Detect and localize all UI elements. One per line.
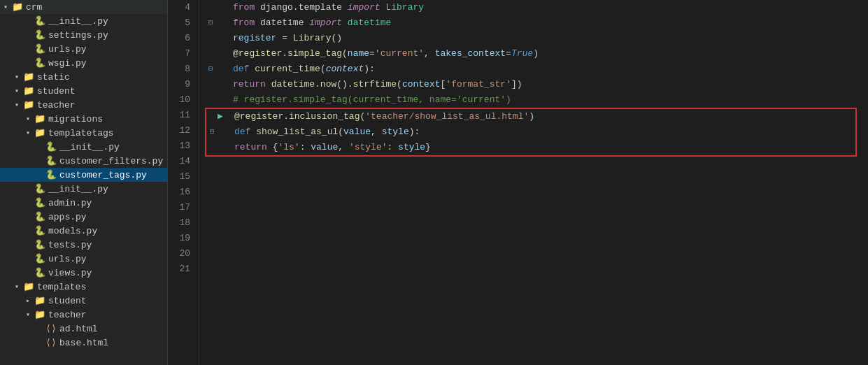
sidebar-item-admin-py[interactable]: 🐍admin.py	[0, 196, 167, 210]
py-file-icon: 🐍	[34, 253, 46, 264]
sidebar-item-urls-py-crm[interactable]: 🐍urls.py	[0, 42, 167, 56]
py-file-icon: 🐍	[34, 183, 46, 194]
tree-item-label: crm	[26, 2, 42, 13]
tree-item-label: admin.py	[48, 198, 92, 208]
tree-item-label: tests.py	[48, 240, 92, 250]
line-number-19: 19	[173, 231, 190, 246]
tree-item-label: urls.py	[48, 254, 87, 264]
tree-item-label: migrations	[48, 114, 103, 124]
code-line-4: from django.template import Library	[205, 0, 862, 15]
sidebar-item-student[interactable]: ▾📁student	[0, 84, 167, 98]
sidebar-item-init-py-teacher[interactable]: 🐍__init__.py	[0, 182, 167, 196]
folder-icon: 📁	[22, 71, 35, 83]
code-text-5: from datetime import datetime	[227, 15, 862, 31]
folder-arrow-icon: ▾	[11, 87, 22, 95]
sidebar-item-ad-html[interactable]: ⟨⟩ad.html	[0, 322, 167, 336]
py-file-icon: 🐍	[34, 43, 46, 55]
py-file-icon: 🐍	[34, 29, 46, 41]
code-line-10: @register.simple_tag(name='current', tak…	[205, 46, 862, 62]
sidebar-item-teacher[interactable]: ▾📁teacher	[0, 98, 167, 112]
sidebar-item-student-tpl[interactable]: ▸📁student	[0, 294, 167, 308]
line-number-7: 7	[173, 46, 190, 62]
sidebar-item-customer-tags-py[interactable]: 🐍customer_tags.py	[0, 168, 167, 182]
fold-icon-5[interactable]: ⊟	[205, 15, 216, 31]
sidebar-item-teacher-tpl[interactable]: ▾📁teacher	[0, 308, 167, 322]
sidebar-item-apps-py[interactable]: 🐍apps.py	[0, 210, 167, 224]
py-file-icon: 🐍	[45, 169, 57, 180]
py-file-icon: 🐍	[34, 211, 46, 222]
py-file-icon: 🐍	[45, 141, 57, 152]
tree-item-label: settings.py	[48, 30, 108, 41]
fold-icon-11[interactable]: ⊟	[205, 62, 216, 77]
tree-item-label: __init__.py	[48, 16, 108, 27]
sidebar-item-urls-py-teacher[interactable]: 🐍urls.py	[0, 252, 167, 266]
folder-arrow-icon: ▾	[11, 101, 22, 109]
code-text-19: def show_list_as_ul(value, style):	[229, 124, 855, 140]
line-number-6: 6	[173, 31, 190, 46]
code-text-18: @register.inclusion_tag('teacher/show_li…	[229, 109, 855, 124]
line-number-14: 14	[173, 154, 190, 169]
code-line-15: # register.simple_tag(current_time, name…	[205, 92, 862, 108]
line-number-9: 9	[173, 77, 190, 92]
line-number-18: 18	[173, 215, 190, 231]
sidebar-item-settings-py[interactable]: 🐍settings.py	[0, 28, 167, 42]
sidebar-item-tests-py[interactable]: 🐍tests.py	[0, 238, 167, 252]
code-line-7: register = Library()	[205, 31, 862, 46]
tree-item-label: templatetags	[48, 128, 114, 138]
tree-item-label: teacher	[37, 100, 76, 110]
code-editor[interactable]: 456789101112131415161718192021 from djan…	[168, 0, 868, 365]
py-file-icon: 🐍	[34, 239, 46, 250]
html-file-icon: ⟨⟩	[45, 337, 57, 348]
tree-item-label: static	[37, 72, 70, 83]
code-line-19: ⊟ def show_list_as_ul(value, style):	[206, 124, 855, 140]
code-text-20: return {'ls': value, 'style': style}	[229, 140, 855, 155]
code-text-7: register = Library()	[227, 31, 862, 46]
highlight-box: ▶ @register.inclusion_tag('teacher/show_…	[205, 108, 857, 157]
code-text-15: # register.simple_tag(current_time, name…	[227, 92, 862, 108]
py-file-icon: 🐍	[34, 267, 46, 278]
line-number-12: 12	[173, 123, 190, 138]
code-line-18: ▶ @register.inclusion_tag('teacher/show_…	[206, 109, 855, 124]
tree-item-label: apps.py	[48, 212, 87, 222]
html-file-icon: ⟨⟩	[45, 323, 57, 334]
tree-item-label: wsgi.py	[48, 58, 87, 69]
code-line-11: ⊟ def current_time(context):	[205, 62, 862, 77]
sidebar-item-init-py-crm[interactable]: 🐍__init__.py	[0, 14, 167, 28]
tree-item-label: base.html	[59, 338, 108, 348]
fold-icon-19[interactable]: ⊟	[206, 124, 218, 140]
sidebar-item-views-py[interactable]: 🐍views.py	[0, 266, 167, 280]
tree-item-label: templates	[37, 282, 86, 292]
tree-item-label: student	[37, 86, 76, 96]
code-text-4: from django.template import Library	[227, 0, 862, 15]
code-content: from django.template import Library⊟ fro…	[199, 0, 868, 365]
sidebar-item-migrations[interactable]: ▾📁migrations	[0, 112, 167, 126]
tree-item-label: __init__.py	[59, 142, 120, 152]
py-file-icon: 🐍	[34, 57, 46, 69]
code-line-5: ⊟ from datetime import datetime	[205, 15, 862, 31]
line-number-15: 15	[173, 169, 190, 185]
sidebar-item-customer-filters-py[interactable]: 🐍customer_filters.py	[0, 154, 167, 168]
line-number-17: 17	[173, 200, 190, 215]
sidebar-item-templates[interactable]: ▾📁templates	[0, 280, 167, 294]
sidebar-item-models-py[interactable]: 🐍models.py	[0, 224, 167, 238]
line-number-13: 13	[173, 138, 190, 154]
sidebar-item-crm[interactable]: ▾📁crm	[0, 0, 167, 14]
folder-icon: 📁	[22, 281, 35, 292]
sidebar-item-templatetags[interactable]: ▾📁templatetags	[0, 126, 167, 140]
sidebar-item-init-py-tt[interactable]: 🐍__init__.py	[0, 140, 167, 154]
sidebar-item-wsgi-py[interactable]: 🐍wsgi.py	[0, 56, 167, 70]
line-number-20: 20	[173, 246, 190, 262]
file-explorer[interactable]: ▾📁crm🐍__init__.py🐍settings.py🐍urls.py🐍ws…	[0, 0, 168, 365]
code-text-10: @register.simple_tag(name='current', tak…	[227, 46, 862, 62]
folder-icon: 📁	[34, 127, 46, 138]
line-number-4: 4	[173, 0, 190, 15]
sidebar-item-static[interactable]: ▾📁static	[0, 70, 167, 84]
code-text-11: def current_time(context):	[227, 62, 862, 77]
tree-item-label: views.py	[48, 268, 92, 278]
line-number-10: 10	[173, 92, 190, 108]
folder-icon: 📁	[22, 99, 35, 110]
py-file-icon: 🐍	[34, 197, 46, 208]
sidebar-item-base-html[interactable]: ⟨⟩base.html	[0, 336, 167, 350]
line-numbers: 456789101112131415161718192021	[168, 0, 199, 365]
bookmark-icon-18: ▶	[218, 109, 229, 124]
